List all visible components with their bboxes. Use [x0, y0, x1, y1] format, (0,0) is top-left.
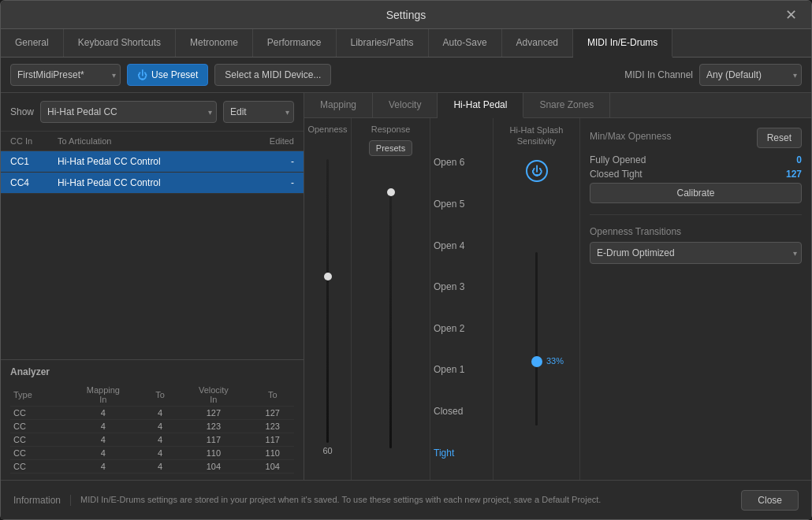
tab-libraries-paths[interactable]: Libraries/Paths: [337, 29, 429, 57]
analyzer-vel-to: 110: [251, 447, 294, 460]
sub-tab-hihat-pedal[interactable]: Hi-Hat Pedal: [438, 93, 523, 118]
analyzer-row: CC 4 4 117 117: [10, 433, 294, 447]
analyzer-map-in: 4: [62, 420, 144, 433]
articulation-value: Hi-Hat Pedal CC Control: [58, 177, 231, 188]
sub-tab-snare-zones[interactable]: Snare Zones: [523, 93, 610, 117]
settings-col: Min/Max Openness Reset Fully Opened 0 Cl…: [580, 118, 811, 480]
table-row[interactable]: CC1 Hi-Hat Pedal CC Control -: [1, 151, 304, 173]
analyzer-vel-in: 110: [176, 447, 251, 460]
response-slider-container: [352, 162, 430, 474]
analyzer-map-to: 4: [144, 420, 177, 433]
analyzer-row: CC 4 4 110 110: [10, 447, 294, 460]
analyzer-map-in: 4: [62, 447, 144, 460]
openness-slider-container: 60: [304, 140, 351, 474]
splash-slider-track[interactable]: 33%: [535, 252, 538, 425]
analyzer-vel-in: 104: [176, 460, 251, 474]
edited-value: -: [231, 177, 294, 188]
artic-open2: Open 2: [434, 323, 486, 334]
artic-open6: Open 6: [434, 157, 486, 168]
toolbar-row: FirstMidiPreset* Use Preset Select a MID…: [1, 58, 811, 93]
openness-col: Openness 60: [304, 118, 352, 480]
main-content: Show Hi-Hat Pedal CC Edit CC In To Artic…: [1, 93, 811, 480]
analyzer-panel: Analyzer Type MappingIn To VelocityIn To…: [1, 359, 304, 480]
tab-general[interactable]: General: [1, 29, 64, 57]
response-col: Response Presets: [352, 118, 430, 480]
transitions-select-wrapper: E-Drum Optimized: [590, 242, 802, 264]
edited-value: -: [231, 156, 294, 167]
tab-keyboard-shortcuts[interactable]: Keyboard Shortcuts: [64, 29, 176, 57]
openness-header: Openness: [307, 124, 347, 134]
left-panel: Show Hi-Hat Pedal CC Edit CC In To Artic…: [1, 93, 304, 480]
closed-tight-value: 127: [786, 169, 802, 180]
tab-performance[interactable]: Performance: [253, 29, 337, 57]
artic-closed: Closed: [434, 406, 486, 417]
midi-device-button[interactable]: Select a MIDI Device...: [214, 64, 331, 86]
transitions-select[interactable]: E-Drum Optimized: [590, 242, 802, 264]
show-select-wrapper: Hi-Hat Pedal CC: [40, 101, 217, 123]
analyzer-map-in: 4: [62, 407, 144, 420]
analyzer-col-mapping-in: MappingIn: [62, 384, 144, 407]
info-label: Information: [13, 495, 71, 506]
analyzer-vel-to: 127: [251, 407, 294, 420]
preset-select[interactable]: FirstMidiPreset*: [10, 64, 121, 86]
tab-auto-save[interactable]: Auto-Save: [429, 29, 502, 57]
tabs-row: General Keyboard Shortcuts Metronome Per…: [1, 29, 811, 58]
analyzer-vel-in: 123: [176, 420, 251, 433]
analyzer-vel-to: 117: [251, 433, 294, 447]
show-row: Show Hi-Hat Pedal CC Edit: [1, 93, 304, 132]
analyzer-map-in: 4: [62, 433, 144, 447]
transitions-title: Openness Transitions: [590, 226, 802, 237]
midi-in-channel-label: MIDI In Channel: [624, 69, 693, 80]
bottom-bar: Information MIDI In/E-Drums settings are…: [1, 480, 811, 519]
transitions-section: Openness Transitions E-Drum Optimized: [590, 226, 802, 264]
openness-slider-thumb[interactable]: [324, 273, 332, 280]
edit-select[interactable]: Edit: [223, 101, 294, 123]
analyzer-type: CC: [10, 447, 62, 460]
show-label: Show: [10, 106, 34, 117]
response-slider-track[interactable]: [389, 188, 392, 448]
response-header: Response: [371, 124, 411, 134]
artic-open4: Open 4: [434, 240, 486, 251]
close-bottom-button[interactable]: Close: [741, 490, 799, 511]
analyzer-col-velocity-to: To: [251, 384, 294, 407]
response-presets-button[interactable]: Presets: [369, 140, 412, 156]
splash-thumb[interactable]: [531, 356, 542, 367]
openness-slider-track[interactable]: [326, 159, 329, 443]
calibrate-button[interactable]: Calibrate: [590, 183, 802, 203]
splash-power-button[interactable]: ⏻: [526, 160, 548, 182]
splash-col: Hi-Hat Splash Sensitivity ⏻ 33%: [494, 118, 580, 480]
show-select[interactable]: Hi-Hat Pedal CC: [40, 101, 217, 123]
artic-open3: Open 3: [434, 281, 486, 292]
splash-slider-area: 33%: [535, 188, 538, 474]
min-max-title: Min/Max Openness: [590, 131, 671, 142]
tab-midi-edrums[interactable]: MIDI In/E-Drums: [573, 29, 672, 58]
analyzer-type: CC: [10, 420, 62, 433]
fully-opened-row: Fully Opened 0: [590, 154, 802, 165]
cc-table: CC In To Articulation Edited CC1 Hi-Hat …: [1, 132, 304, 359]
close-icon[interactable]: ✕: [780, 6, 802, 24]
analyzer-map-to: 4: [144, 433, 177, 447]
artic-open5: Open 5: [434, 199, 486, 210]
title-bar: Settings ✕: [1, 1, 811, 29]
analyzer-type: CC: [10, 407, 62, 420]
closed-tight-row: Closed Tight 127: [590, 169, 802, 180]
sub-tab-mapping[interactable]: Mapping: [304, 93, 373, 117]
table-row[interactable]: CC4 Hi-Hat Pedal CC Control -: [1, 173, 304, 194]
sub-tab-velocity[interactable]: Velocity: [373, 93, 438, 117]
use-preset-button[interactable]: Use Preset: [127, 64, 208, 86]
midi-channel-select[interactable]: Any (Default): [699, 64, 802, 86]
tab-advanced[interactable]: Advanced: [502, 29, 573, 57]
analyzer-col-mapping-to: To: [144, 384, 177, 407]
modal-title: Settings: [386, 9, 426, 21]
tab-metronome[interactable]: Metronome: [176, 29, 253, 57]
sub-tabs-row: Mapping Velocity Hi-Hat Pedal Snare Zone…: [304, 93, 811, 118]
fully-opened-value: 0: [796, 154, 802, 165]
min-max-section: Min/Max Openness Reset Fully Opened 0 Cl…: [590, 128, 802, 203]
analyzer-map-to: 4: [144, 460, 177, 474]
settings-modal: Settings ✕ General Keyboard Shortcuts Me…: [0, 0, 812, 520]
artic-open1: Open 1: [434, 364, 486, 375]
articulation-value: Hi-Hat Pedal CC Control: [58, 156, 231, 167]
articulation-labels: Open 6 Open 5 Open 4 Open 3 Open 2 Open …: [430, 118, 494, 480]
response-slider-thumb[interactable]: [387, 188, 395, 196]
reset-button[interactable]: Reset: [757, 128, 802, 148]
